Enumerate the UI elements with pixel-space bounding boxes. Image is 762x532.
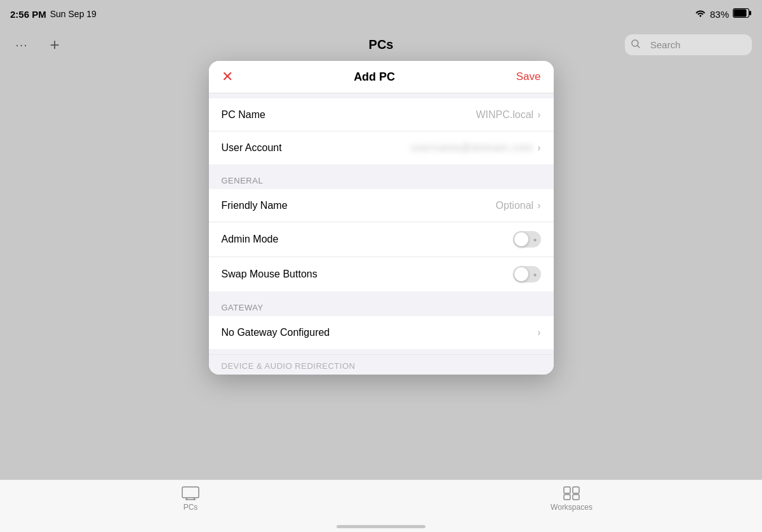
bottom-tab-bar: PCs Workspaces: [0, 479, 762, 532]
status-right: 83%: [695, 8, 752, 20]
status-bar: 2:56 PM Sun Sep 19 83%: [0, 0, 762, 28]
device-spacer: [209, 349, 554, 354]
save-button[interactable]: Save: [516, 70, 541, 83]
gateway-spacer: [209, 291, 554, 296]
modal-header: ✕ Add PC Save: [209, 61, 554, 93]
svg-rect-10: [573, 487, 579, 493]
pc-icon: [182, 486, 199, 500]
user-account-chevron: ›: [537, 142, 540, 154]
pc-name-value-group: WINPC.local ›: [476, 109, 540, 121]
add-pc-modal: ✕ Add PC Save PC Name WINPC.local › User…: [209, 61, 554, 375]
svg-rect-11: [564, 495, 570, 500]
admin-mode-label: Admin Mode: [222, 234, 279, 245]
friendly-name-value: Optional: [496, 200, 534, 211]
user-account-row[interactable]: User Account username@domain.com ›: [209, 131, 554, 164]
toggle-dot-2: ●: [533, 271, 537, 278]
swap-mouse-label: Swap Mouse Buttons: [222, 269, 318, 280]
home-indicator: [337, 525, 425, 528]
workspaces-tab-label: Workspaces: [551, 503, 592, 512]
top-spacer: [209, 93, 554, 98]
friendly-name-row[interactable]: Friendly Name Optional ›: [209, 189, 554, 222]
close-button[interactable]: ✕: [222, 70, 233, 84]
tab-pcs[interactable]: PCs: [165, 486, 216, 512]
pc-name-chevron: ›: [537, 109, 540, 121]
general-section-header: GENERAL: [209, 170, 554, 189]
device-section-peek: DEVICE & AUDIO REDIRECTION: [209, 354, 554, 375]
tab-workspaces[interactable]: Workspaces: [546, 486, 597, 512]
pcs-tab-label: PCs: [184, 503, 198, 512]
admin-mode-toggle[interactable]: ●: [513, 231, 541, 248]
friendly-name-chevron: ›: [537, 200, 540, 211]
svg-rect-2: [734, 9, 747, 17]
user-account-label: User Account: [222, 142, 282, 154]
swap-mouse-row: Swap Mouse Buttons ●: [209, 257, 554, 291]
general-spacer: [209, 164, 554, 170]
svg-rect-1: [749, 11, 751, 15]
swap-mouse-toggle[interactable]: ●: [513, 266, 541, 283]
gateway-chevron: ›: [537, 327, 540, 338]
friendly-name-label: Friendly Name: [222, 200, 288, 211]
modal-overlay: ✕ Add PC Save PC Name WINPC.local › User…: [0, 0, 762, 532]
svg-rect-12: [573, 495, 579, 500]
gateway-section-header: GATEWAY: [209, 296, 554, 316]
battery-icon: [733, 8, 752, 20]
admin-mode-row: Admin Mode ●: [209, 222, 554, 257]
friendly-name-value-group: Optional ›: [496, 200, 541, 211]
pc-name-row[interactable]: PC Name WINPC.local ›: [209, 98, 554, 131]
battery-percent: 83%: [710, 9, 729, 20]
status-time: 2:56 PM: [10, 9, 46, 20]
svg-rect-5: [182, 487, 199, 498]
user-account-value: username@domain.com: [411, 142, 534, 154]
svg-rect-9: [564, 487, 570, 493]
user-account-value-group: username@domain.com ›: [411, 142, 541, 154]
no-gateway-label: No Gateway Configured: [222, 327, 330, 338]
gateway-row[interactable]: No Gateway Configured ›: [209, 316, 554, 349]
modal-title: Add PC: [354, 70, 395, 84]
toggle-dot: ●: [533, 236, 537, 243]
wifi-icon: [695, 8, 706, 20]
status-date: Sun Sep 19: [50, 9, 97, 19]
pc-name-value: WINPC.local: [476, 109, 533, 121]
pc-name-label: PC Name: [222, 109, 265, 121]
workspaces-icon: [563, 486, 580, 500]
